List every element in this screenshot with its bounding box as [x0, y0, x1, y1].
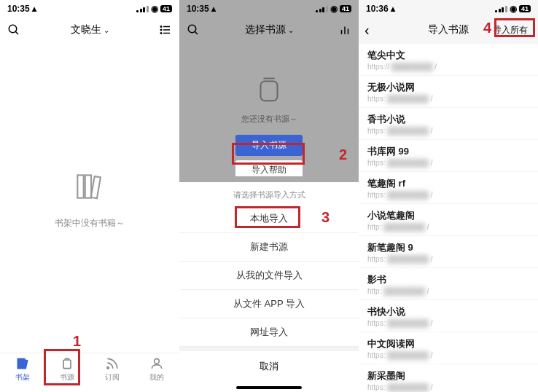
- tab-bookshelf[interactable]: 书架: [0, 356, 45, 392]
- status-bar: 10:35 ▴ ◉ 41: [0, 0, 179, 16]
- books-icon: [71, 168, 108, 207]
- annotation-number-4: 4: [483, 20, 491, 36]
- status-time: 10:35: [7, 4, 30, 14]
- annotation-box-3: [235, 206, 300, 228]
- sheet-title: 请选择书源导入方式: [179, 182, 359, 205]
- back-button[interactable]: ‹: [364, 22, 370, 39]
- annotation-box-2: [232, 143, 305, 165]
- source-name: 笔尖中文: [367, 49, 529, 62]
- source-item[interactable]: 书库网 99https: ████████ /: [359, 140, 538, 172]
- status-bar: 10:35 ▴ ◉ 41: [179, 0, 359, 16]
- svg-rect-9: [85, 175, 91, 197]
- header-title: 导入书源: [428, 23, 469, 36]
- source-list[interactable]: 笔尖中文https:// ████████ /无极小说网https: █████…: [359, 44, 538, 392]
- header-title-dropdown[interactable]: 选择书源 ⌄: [245, 23, 294, 36]
- battery-icon: 41: [340, 5, 351, 12]
- search-icon[interactable]: [187, 23, 200, 36]
- source-name: 无极小说网: [367, 81, 529, 94]
- tab-label: 我的: [149, 372, 164, 383]
- svg-rect-8: [77, 175, 83, 197]
- signal-icon: [316, 6, 328, 12]
- source-url: https: ████████ /: [367, 383, 529, 391]
- source-item[interactable]: 香书小说https: ████████ /: [359, 108, 538, 140]
- source-item[interactable]: 小说笔趣阁http: ████████ /: [359, 204, 538, 236]
- screen-import-sources: 10:36 ▴ ◉ 41 ‹ 导入书源 导入所有 4 笔尖中文https:// …: [359, 0, 538, 392]
- header: 文晓生 ⌄: [0, 16, 179, 44]
- wifi-icon: ◉: [151, 4, 158, 14]
- tab-subscribe[interactable]: 订阅: [90, 356, 135, 392]
- source-name: 小说笔趣阁: [367, 209, 529, 222]
- wifi-icon: ◉: [510, 4, 517, 14]
- header: ‹ 导入书源 导入所有 4: [359, 16, 538, 44]
- svg-point-0: [9, 25, 17, 33]
- source-name: 书快小说: [367, 305, 529, 318]
- source-item[interactable]: 无极小说网https: ████████ /: [359, 76, 538, 108]
- svg-point-6: [160, 29, 162, 31]
- status-time: 10:36: [366, 4, 389, 14]
- chart-icon[interactable]: [338, 23, 351, 36]
- wifi-icon: ◉: [330, 4, 338, 14]
- header-title-text: 选择书源: [245, 23, 286, 36]
- annotation-number-1: 1: [73, 333, 81, 350]
- sheet-item-filesapp[interactable]: 从文件 APP 导入: [179, 290, 359, 318]
- svg-point-12: [107, 367, 109, 369]
- source-name: 香书小说: [367, 113, 529, 126]
- source-empty-state: 您还没有书源～ 导入书源 导入帮助 2: [179, 44, 359, 182]
- source-item[interactable]: 笔趣阁 rfhttps: ████████ /: [359, 172, 538, 204]
- search-icon[interactable]: [7, 23, 20, 36]
- svg-point-5: [160, 26, 162, 28]
- svg-point-7: [160, 33, 162, 34]
- svg-point-14: [188, 25, 196, 33]
- list-icon[interactable]: [159, 23, 172, 36]
- source-url: https: ████████ /: [367, 127, 529, 135]
- source-item[interactable]: 书快小说https: ████████ /: [359, 300, 538, 332]
- source-item[interactable]: 新笔趣阁 9https: ████████ /: [359, 236, 538, 268]
- status-time: 10:35: [187, 4, 209, 14]
- screen-bookshelf: 10:35 ▴ ◉ 41 文晓生 ⌄ 书架中没有书籍～ 书架: [0, 0, 179, 392]
- import-method-sheet: 请选择书源导入方式 本地导入 3 新建书源 从我的文件导入 从文件 APP 导入…: [179, 182, 359, 392]
- source-name: 笔趣阁 rf: [367, 177, 529, 190]
- svg-point-13: [155, 358, 160, 364]
- source-url: https: ████████ /: [367, 255, 529, 263]
- annotation-box-4: [494, 18, 535, 37]
- status-bar: 10:36 ▴ ◉ 41: [359, 0, 538, 16]
- sheet-item-myfiles[interactable]: 从我的文件导入: [179, 262, 359, 290]
- sheet-item-url[interactable]: 网址导入: [179, 318, 359, 347]
- empty-text: 您还没有书源～: [241, 114, 297, 125]
- source-item[interactable]: 笔尖中文https:// ████████ /: [359, 44, 538, 76]
- source-name: 中文阅读网: [367, 337, 529, 350]
- source-url: https: ████████ /: [367, 191, 529, 199]
- annotation-number-3: 3: [321, 209, 330, 226]
- source-name: 影书: [367, 273, 529, 286]
- signal-icon: [136, 6, 149, 12]
- source-url: http: ████████ /: [367, 287, 529, 295]
- empty-text: 书架中没有书籍～: [55, 217, 125, 230]
- source-url: https: ████████ /: [367, 319, 529, 327]
- home-indicator: [236, 386, 302, 389]
- empty-state: 书架中没有书籍～: [0, 44, 179, 353]
- source-item[interactable]: 中文阅读网https: ████████ /: [359, 332, 538, 364]
- sheet-item-new[interactable]: 新建书源: [179, 233, 359, 262]
- signal-icon: [495, 6, 507, 12]
- source-item[interactable]: 新采墨阁https: ████████ /: [359, 364, 538, 392]
- header: 选择书源 ⌄: [179, 16, 359, 44]
- header-title-dropdown[interactable]: 文晓生 ⌄: [71, 23, 109, 36]
- source-url: https: ████████ /: [367, 95, 529, 103]
- tab-label: 订阅: [105, 372, 120, 383]
- source-name: 新采墨阁: [367, 369, 529, 383]
- svg-line-1: [15, 31, 18, 34]
- header-title-text: 文晓生: [71, 23, 101, 36]
- jar-icon: [252, 71, 286, 108]
- annotation-number-2: 2: [339, 146, 347, 163]
- tab-mine[interactable]: 我的: [135, 356, 180, 392]
- svg-line-15: [195, 31, 198, 34]
- source-url: https: ████████ /: [367, 159, 529, 167]
- source-name: 新笔趣阁 9: [367, 241, 529, 254]
- source-url: http: ████████ /: [367, 223, 529, 231]
- tab-bar: 书架 书源 订阅 我的: [0, 353, 179, 392]
- svg-rect-19: [261, 81, 278, 101]
- chevron-down-icon: ⌄: [104, 26, 109, 34]
- source-item[interactable]: 影书http: ████████ /: [359, 268, 538, 300]
- source-url: https: ████████ /: [367, 351, 529, 359]
- sheet-cancel[interactable]: 取消: [179, 347, 359, 382]
